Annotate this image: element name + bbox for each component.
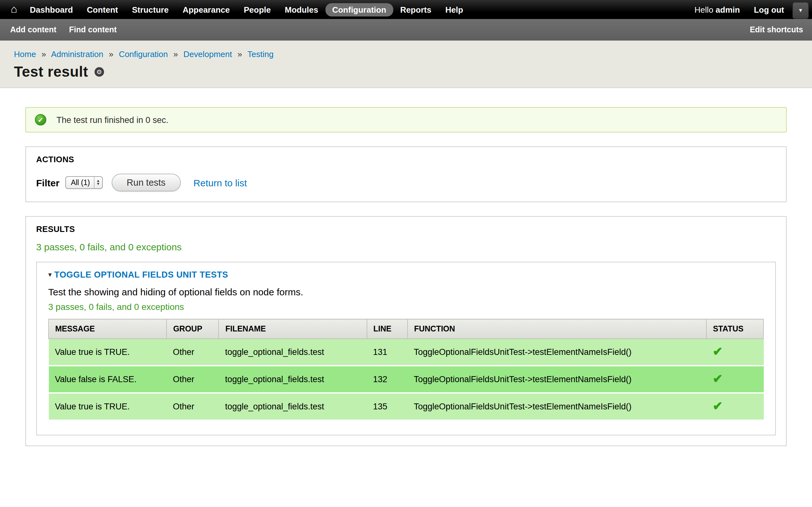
test-group-fieldset: ▾ TOGGLE OPTIONAL FIELDS UNIT TESTS Test… bbox=[36, 262, 776, 435]
select-arrows-icon: ▲▼ bbox=[94, 177, 102, 188]
status-ok-icon: ✓ bbox=[35, 114, 46, 125]
toolbar-item-appearance[interactable]: Appearance bbox=[176, 3, 237, 16]
cell-function: ToggleOptionalFieldsUnitTest->testElemen… bbox=[407, 393, 706, 420]
cell-filename: toggle_optional_fields.test bbox=[218, 339, 367, 366]
user-greeting: Hello admin bbox=[695, 5, 740, 14]
col-header-status: STATUS bbox=[706, 319, 763, 339]
toolbar-menu: Dashboard Content Structure Appearance P… bbox=[23, 3, 470, 16]
cell-message: Value true is TRUE. bbox=[49, 339, 166, 366]
cell-message: Value false is FALSE. bbox=[49, 366, 166, 393]
toolbar-user-area: Hello admin Log out bbox=[695, 5, 784, 14]
breadcrumb-link-development[interactable]: Development bbox=[183, 49, 232, 59]
results-panel: RESULTS 3 passes, 0 fails, and 0 excepti… bbox=[26, 216, 786, 446]
col-header-function: FUNCTION bbox=[407, 319, 706, 339]
toolbar-item-structure[interactable]: Structure bbox=[125, 3, 176, 16]
status-message-text: The test run finished in 0 sec. bbox=[56, 115, 168, 124]
cell-group: Other bbox=[166, 339, 219, 366]
cell-filename: toggle_optional_fields.test bbox=[218, 366, 367, 393]
edit-shortcuts-link[interactable]: Edit shortcuts bbox=[744, 25, 803, 34]
cell-filename: toggle_optional_fields.test bbox=[218, 393, 367, 420]
actions-legend: ACTIONS bbox=[36, 155, 776, 164]
toolbar-item-help[interactable]: Help bbox=[438, 3, 470, 16]
actions-panel: ACTIONS Filter All (1) ▲▼ Run tests Retu… bbox=[26, 147, 786, 202]
cell-status: ✔ bbox=[706, 339, 763, 366]
breadcrumb-separator: » bbox=[238, 49, 242, 59]
test-group-summary: 3 passes, 0 fails, and 0 exceptions bbox=[48, 302, 764, 312]
test-group-title-row: ▾ TOGGLE OPTIONAL FIELDS UNIT TESTS bbox=[48, 270, 764, 279]
toolbar-item-reports[interactable]: Reports bbox=[393, 3, 438, 16]
toolbar-item-modules[interactable]: Modules bbox=[278, 3, 325, 16]
table-row: Value true is TRUE. Other toggle_optiona… bbox=[49, 339, 763, 366]
cell-message: Value true is TRUE. bbox=[49, 393, 166, 420]
breadcrumb-link-testing[interactable]: Testing bbox=[247, 49, 273, 59]
test-group-description: Test the showing and hiding of optional … bbox=[48, 286, 764, 297]
cell-status: ✔ bbox=[706, 366, 763, 393]
results-summary: 3 passes, 0 fails, and 0 exceptions bbox=[36, 241, 776, 252]
results-legend: RESULTS bbox=[36, 224, 776, 234]
test-group-title-link[interactable]: TOGGLE OPTIONAL FIELDS UNIT TESTS bbox=[54, 270, 228, 279]
shortcut-add-content[interactable]: Add content bbox=[9, 25, 63, 34]
return-to-list-link[interactable]: Return to list bbox=[194, 177, 247, 188]
username: admin bbox=[716, 5, 740, 14]
pass-check-icon: ✔ bbox=[713, 345, 723, 358]
filter-select-value: All (1) bbox=[66, 177, 94, 188]
pass-check-icon: ✔ bbox=[713, 399, 723, 412]
breadcrumb-separator: » bbox=[109, 49, 113, 59]
cell-line: 131 bbox=[367, 339, 407, 366]
toolbar-item-content[interactable]: Content bbox=[80, 3, 125, 16]
toolbar-item-dashboard[interactable]: Dashboard bbox=[23, 3, 80, 16]
col-header-line: LINE bbox=[367, 319, 407, 339]
gear-icon[interactable]: ⚙ bbox=[95, 67, 104, 77]
toolbar-drawer-toggle-button[interactable]: ▼ bbox=[792, 2, 809, 19]
breadcrumb: Home » Administration » Configuration » … bbox=[14, 49, 799, 59]
table-row: Value false is FALSE. Other toggle_optio… bbox=[49, 366, 763, 393]
home-icon[interactable]: ⌂ bbox=[5, 0, 23, 19]
cell-group: Other bbox=[166, 366, 219, 393]
page-header-band: Home » Administration » Configuration » … bbox=[0, 41, 812, 88]
test-results-table: MESSAGE GROUP FILENAME LINE FUNCTION STA… bbox=[48, 319, 764, 421]
cell-function: ToggleOptionalFieldsUnitTest->testElemen… bbox=[407, 366, 706, 393]
pass-check-icon: ✔ bbox=[713, 372, 723, 385]
toolbar-item-people[interactable]: People bbox=[237, 3, 277, 16]
col-header-message: MESSAGE bbox=[49, 319, 166, 339]
col-header-filename: FILENAME bbox=[218, 319, 367, 339]
filter-label: Filter bbox=[36, 177, 59, 188]
status-message: ✓ The test run finished in 0 sec. bbox=[26, 107, 786, 132]
cell-line: 135 bbox=[367, 393, 407, 420]
drupal-admin-page: ⌂ Dashboard Content Structure Appearance… bbox=[0, 0, 812, 507]
filter-select[interactable]: All (1) ▲▼ bbox=[65, 176, 102, 189]
cell-group: Other bbox=[166, 393, 219, 420]
toolbar-item-configuration[interactable]: Configuration bbox=[325, 3, 393, 16]
run-tests-button[interactable]: Run tests bbox=[111, 174, 181, 191]
page-title: Test result bbox=[14, 63, 88, 80]
logout-link[interactable]: Log out bbox=[754, 5, 784, 14]
table-header-row: MESSAGE GROUP FILENAME LINE FUNCTION STA… bbox=[49, 319, 763, 339]
breadcrumb-link-home[interactable]: Home bbox=[14, 49, 36, 59]
chevron-down-icon: ▼ bbox=[798, 8, 803, 13]
breadcrumb-link-configuration[interactable]: Configuration bbox=[119, 49, 168, 59]
cell-line: 132 bbox=[367, 366, 407, 393]
collapse-triangle-icon: ▾ bbox=[48, 271, 52, 279]
breadcrumb-separator: » bbox=[42, 49, 46, 59]
table-row: Value true is TRUE. Other toggle_optiona… bbox=[49, 393, 763, 420]
col-header-group: GROUP bbox=[166, 319, 219, 339]
cell-function: ToggleOptionalFieldsUnitTest->testElemen… bbox=[407, 339, 706, 366]
breadcrumb-link-administration[interactable]: Administration bbox=[51, 49, 103, 59]
main-content: ✓ The test run finished in 0 sec. ACTION… bbox=[0, 88, 812, 446]
shortcut-bar: Add content Find content Edit shortcuts bbox=[0, 19, 812, 41]
shortcut-find-content[interactable]: Find content bbox=[63, 25, 123, 34]
breadcrumb-separator: » bbox=[173, 49, 178, 59]
admin-toolbar: ⌂ Dashboard Content Structure Appearance… bbox=[0, 0, 812, 19]
cell-status: ✔ bbox=[706, 393, 763, 420]
